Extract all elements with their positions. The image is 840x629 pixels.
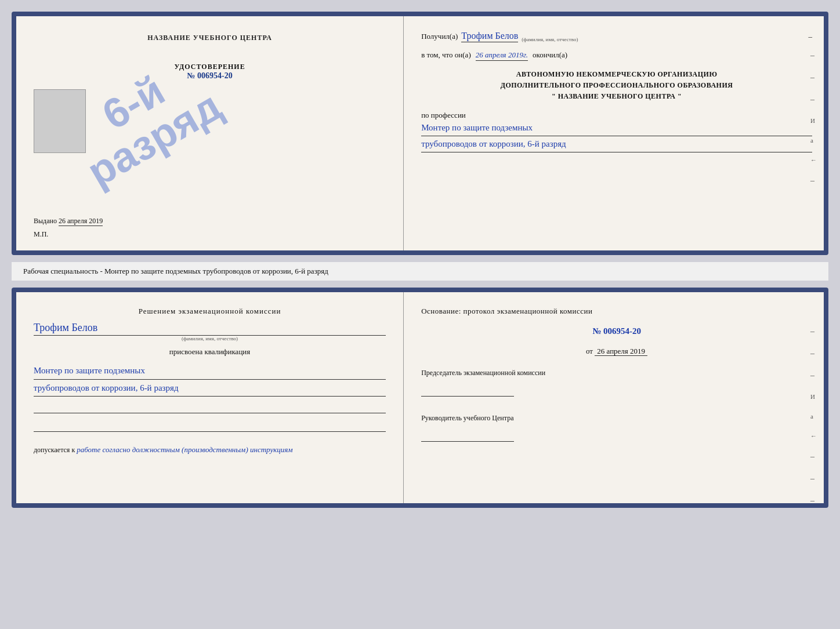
- stamp-line2: разряд: [81, 84, 228, 193]
- director-signature: [421, 430, 514, 442]
- profession-section: по профессии Монтер по защите подземных …: [421, 111, 812, 152]
- bottom-recipient-name: Трофим Белов: [34, 322, 386, 336]
- qualification-section: Монтер по защите подземных трубопроводов…: [34, 362, 386, 397]
- mark-arrow: ←: [810, 157, 817, 163]
- top-cert-title: НАЗВАНИЕ УЧЕБНОГО ЦЕНТРА: [34, 34, 386, 42]
- mark-a: а: [810, 137, 817, 144]
- bottom-fio-label: (фамилия, имя, отчество): [34, 336, 386, 341]
- director-section: Руководитель учебного Центра: [421, 413, 812, 442]
- mp-line: М.П.: [34, 230, 386, 239]
- b-mark-i: И: [810, 393, 817, 400]
- issued-label: Выдано: [34, 217, 57, 225]
- middle-text-section: Рабочая специальность - Монтер по защите…: [12, 262, 828, 281]
- received-line: Получил(а) Трофим Белов (фамилия, имя, о…: [421, 31, 812, 42]
- mark-3: –: [810, 95, 817, 104]
- chairman-signature: [421, 385, 514, 397]
- admitted-text: работе согласно должностным (производств…: [77, 445, 292, 454]
- mark-4: –: [810, 176, 817, 186]
- bottom-right-edge-marks: – – – И а ← – – – –: [810, 327, 817, 508]
- admitted-section: допускается к работе согласно должностны…: [34, 445, 386, 455]
- page-container: НАЗВАНИЕ УЧЕБНОГО ЦЕНТРА УДОСТОВЕРЕНИЕ №…: [12, 12, 828, 508]
- date-prefix: в том, что он(а): [421, 50, 471, 60]
- b-mark-3: –: [810, 371, 817, 380]
- qualification-label: присвоена квалификация: [34, 347, 386, 357]
- dash1: –: [808, 32, 812, 41]
- completed-label: окончил(а): [533, 50, 567, 60]
- blank-line-1: [34, 404, 386, 413]
- profession-line2: трубопроводов от коррозии, 6-й разряд: [421, 136, 812, 152]
- basis-title: Основание: протокол экзаменационной коми…: [421, 307, 812, 316]
- middle-text-content: Рабочая специальность - Монтер по защите…: [23, 267, 328, 275]
- blank-line-2: [34, 423, 386, 432]
- org-line2: ДОПОЛНИТЕЛЬНОГО ПРОФЕССИОНАЛЬНОГО ОБРАЗО…: [421, 80, 812, 91]
- qualification-line1: Монтер по защите подземных: [34, 362, 386, 380]
- photo-placeholder: [34, 89, 86, 153]
- fio-label-top: (фамилия, имя, отчество): [522, 37, 578, 42]
- b-mark-a: а: [810, 413, 817, 420]
- cert-number-block: УДОСТОВЕРЕНИЕ № 006954-20: [34, 63, 386, 81]
- mark-i: И: [810, 117, 817, 124]
- received-label: Получил(а): [421, 32, 458, 41]
- date-line: в том, что он(а) 26 апреля 2019г. окончи…: [421, 50, 812, 61]
- admitted-prefix: допускается к: [34, 446, 75, 454]
- bottom-certificate: Решением экзаменационной комиссии Трофим…: [12, 288, 828, 508]
- org-line1: АВТОНОМНУЮ НЕКОММЕРЧЕСКУЮ ОРГАНИЗАЦИЮ: [421, 69, 812, 80]
- protocol-prefix: №: [592, 326, 601, 336]
- org-line3: " НАЗВАНИЕ УЧЕБНОГО ЦЕНТРА ": [421, 91, 812, 102]
- cert-number-value: 006954-20: [197, 71, 233, 80]
- protocol-date-prefix: от: [586, 347, 593, 355]
- issued-date: 26 апреля 2019: [59, 217, 103, 226]
- b-mark-2: –: [810, 349, 817, 358]
- protocol-date-value: 26 апреля 2019: [595, 347, 647, 356]
- cert-top-left: НАЗВАНИЕ УЧЕБНОГО ЦЕНТРА УДОСТОВЕРЕНИЕ №…: [16, 16, 404, 250]
- director-label: Руководитель учебного Центра: [421, 413, 812, 423]
- right-edge-marks: – – – И а ← –: [810, 51, 817, 186]
- org-text: АВТОНОМНУЮ НЕКОММЕРЧЕСКУЮ ОРГАНИЗАЦИЮ ДО…: [421, 69, 812, 103]
- profession-line1: Монтер по защите подземных: [421, 120, 812, 136]
- date-value-top: 26 апреля 2019г.: [476, 50, 528, 61]
- profession-label: по профессии: [421, 111, 812, 120]
- protocol-date: от 26 апреля 2019: [421, 347, 812, 356]
- mark-2: –: [810, 73, 817, 82]
- issued-line: Выдано 26 апреля 2019: [34, 217, 386, 226]
- chairman-label: Председатель экзаменационной комиссии: [421, 368, 812, 378]
- b-mark-4: –: [810, 452, 817, 461]
- b-mark-5: –: [810, 474, 817, 483]
- top-certificate: НАЗВАНИЕ УЧЕБНОГО ЦЕНТРА УДОСТОВЕРЕНИЕ №…: [12, 12, 828, 255]
- cert-top-right: Получил(а) Трофим Белов (фамилия, имя, о…: [404, 16, 824, 250]
- chairman-section: Председатель экзаменационной комиссии: [421, 368, 812, 397]
- b-mark-arrow: ←: [810, 432, 817, 439]
- protocol-number-value: 006954-20: [603, 326, 641, 336]
- cert-number-prefix: №: [187, 71, 195, 80]
- recipient-name-top: Трофим Белов: [461, 31, 518, 42]
- cert-number: № 006954-20: [34, 71, 386, 81]
- b-mark-1: –: [810, 327, 817, 336]
- commission-title: Решением экзаменационной комиссии: [34, 307, 386, 316]
- cert-label: УДОСТОВЕРЕНИЕ: [34, 63, 386, 71]
- qualification-line2: трубопроводов от коррозии, 6-й разряд: [34, 380, 386, 397]
- bottom-name-section: Трофим Белов (фамилия, имя, отчество): [34, 322, 386, 341]
- protocol-number: № 006954-20: [421, 326, 812, 336]
- bottom-right: Основание: протокол экзаменационной коми…: [404, 292, 824, 503]
- b-mark-6: –: [810, 496, 817, 506]
- bottom-left: Решением экзаменационной комиссии Трофим…: [16, 292, 404, 503]
- mark-1: –: [810, 51, 817, 60]
